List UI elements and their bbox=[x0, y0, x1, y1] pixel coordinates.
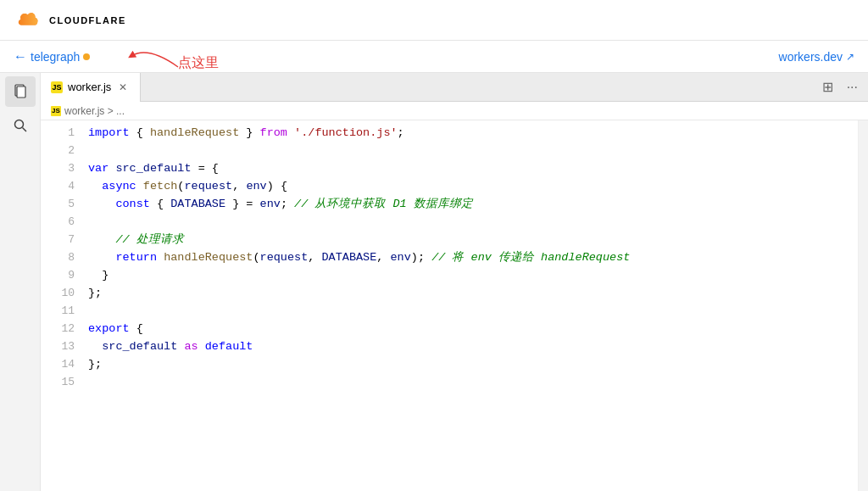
code-line-12: export { bbox=[81, 320, 858, 338]
breadcrumb-nav: ← telegraph 点这里 workers.dev ↗ bbox=[0, 41, 868, 73]
tab-label: worker.js bbox=[68, 81, 111, 93]
sidebar bbox=[0, 73, 41, 491]
code-editor[interactable]: 1 2 3 4 5 6 7 8 9 10 11 12 13 14 15 impo… bbox=[41, 120, 868, 491]
editor-panel: JS worker.js ✕ ⊞ ··· JS worker.js > ... … bbox=[41, 73, 868, 491]
more-actions-button[interactable]: ··· bbox=[843, 78, 861, 97]
code-line-10: }; bbox=[81, 284, 858, 302]
editor-breadcrumb: JS worker.js > ... bbox=[41, 102, 868, 120]
tab-close-button[interactable]: ✕ bbox=[116, 81, 130, 94]
search-icon bbox=[13, 118, 28, 133]
code-line-5: const { DATABASE } = env; // 从环境中获取 D1 数… bbox=[81, 195, 858, 213]
line-numbers: 1 2 3 4 5 6 7 8 9 10 11 12 13 14 15 bbox=[41, 120, 81, 491]
tabs-left: JS worker.js ✕ bbox=[41, 73, 141, 102]
sidebar-search-button[interactable] bbox=[5, 110, 36, 141]
tab-worker-js[interactable]: JS worker.js ✕ bbox=[41, 73, 141, 102]
external-link-icon: ↗ bbox=[846, 51, 854, 63]
code-line-2 bbox=[81, 142, 858, 159]
top-nav: CLOUDFLARE bbox=[0, 0, 868, 41]
code-content[interactable]: import { handleRequest } from './functio… bbox=[81, 120, 858, 491]
unsaved-dot-indicator bbox=[83, 53, 90, 60]
tab-js-icon: JS bbox=[51, 81, 63, 93]
code-line-14: }; bbox=[81, 355, 858, 373]
code-line-15 bbox=[81, 373, 858, 391]
breadcrumb-js-icon: JS bbox=[51, 106, 61, 116]
code-line-9: } bbox=[81, 266, 858, 284]
back-arrow-icon: ← bbox=[14, 49, 27, 64]
tabs-right-actions: ⊞ ··· bbox=[819, 77, 861, 97]
annotation-container: 点这里 bbox=[131, 37, 182, 75]
annotation-text: 点这里 bbox=[178, 54, 219, 72]
editor-tabs-bar: JS worker.js ✕ ⊞ ··· bbox=[41, 73, 868, 102]
back-link-label: telegraph bbox=[31, 50, 80, 64]
code-line-8: return handleRequest(request, DATABASE, … bbox=[81, 248, 858, 266]
svg-line-3 bbox=[22, 128, 26, 132]
svg-rect-1 bbox=[17, 86, 25, 98]
cloudflare-logo-icon bbox=[14, 11, 44, 30]
annotation-arrow-svg bbox=[131, 37, 182, 71]
files-icon bbox=[13, 84, 28, 99]
code-line-1: import { handleRequest } from './functio… bbox=[81, 124, 858, 142]
minimap bbox=[858, 120, 868, 491]
code-line-6 bbox=[81, 213, 858, 231]
split-editor-button[interactable]: ⊞ bbox=[819, 77, 837, 97]
breadcrumb-text: worker.js > ... bbox=[64, 105, 125, 117]
code-line-13: src_default as default bbox=[81, 338, 858, 355]
code-line-3: var src_default = { bbox=[81, 159, 858, 177]
workers-dev-label: workers.dev bbox=[779, 50, 843, 64]
editor-container: JS worker.js ✕ ⊞ ··· JS worker.js > ... … bbox=[0, 73, 868, 491]
code-line-7: // 处理请求 bbox=[81, 231, 858, 248]
workers-dev-link[interactable]: workers.dev ↗ bbox=[779, 50, 854, 64]
cloudflare-logo: CLOUDFLARE bbox=[14, 11, 126, 30]
code-line-4: async fetch(request, env) { bbox=[81, 177, 858, 195]
sidebar-files-button[interactable] bbox=[5, 76, 36, 107]
back-link[interactable]: ← telegraph bbox=[14, 49, 80, 64]
cloudflare-logo-text: CLOUDFLARE bbox=[49, 15, 126, 25]
code-line-11 bbox=[81, 302, 858, 320]
svg-point-2 bbox=[14, 120, 23, 129]
